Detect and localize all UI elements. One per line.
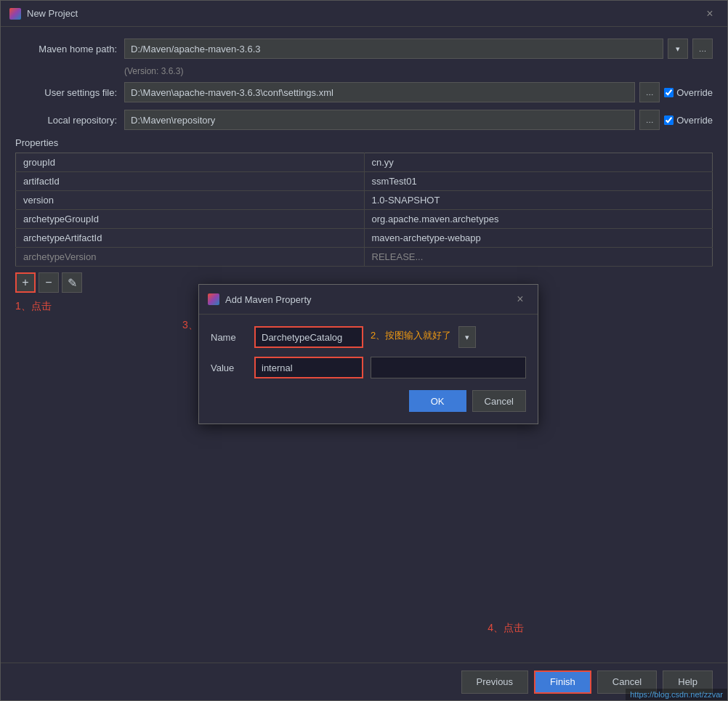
user-settings-label: User settings file: [15,87,117,98]
prop-key-archetype-groupid: archetypeGroupId [16,210,365,229]
local-repo-row: Local repository: … Override [15,110,713,130]
dialog-buttons: OK Cancel [211,390,526,412]
maven-home-dropdown[interactable]: ▾ [668,39,688,59]
dialog-name-input-group: 2、按图输入就好了 ▾ [254,326,526,348]
annotation-4: 4、点击 [488,622,524,635]
maven-home-input[interactable] [124,39,663,59]
user-settings-input[interactable] [124,82,635,102]
dialog-value-input[interactable] [254,357,363,378]
user-settings-override-checkbox[interactable] [664,88,674,97]
dialog-name-dropdown[interactable]: ▾ [458,326,476,348]
remove-property-button[interactable]: − [39,272,59,293]
prop-val-archetype-version: RELEASE... [364,248,713,267]
prop-val-groupid: cn.yy [364,153,713,172]
prop-key-version: version [16,191,365,210]
user-settings-row: User settings file: … Override [15,82,713,102]
dialog-name-row: Name 2、按图输入就好了 ▾ [211,326,526,348]
user-settings-input-container: … Override [124,82,713,102]
prop-val-version: 1.0-SNAPSHOT [364,191,713,210]
maven-home-label: Maven home path: [15,44,117,54]
maven-home-row: Maven home path: ▾ … [15,39,713,59]
properties-header: Properties [15,137,713,148]
dialog-title-bar: Add Maven Property × [199,285,538,315]
url-bar: https://blog.csdn.net/zzvar [626,689,727,700]
add-property-button[interactable]: + [15,272,36,293]
local-repo-override-label: Override [664,115,713,126]
version-text: (Version: 3.6.3) [124,66,713,76]
dialog-title: Add Maven Property [225,294,312,305]
local-repo-label: Local repository: [15,115,117,126]
prop-key-archetype-version: archetypeVersion [16,248,365,267]
table-row: groupId cn.yy [16,153,713,172]
edit-property-button[interactable]: ✎ [62,272,82,293]
dialog-app-icon [208,293,219,305]
table-row: archetypeVersion RELEASE... [16,248,713,267]
local-repo-override-checkbox[interactable] [664,116,674,125]
local-repo-input[interactable] [124,110,635,130]
add-maven-property-dialog: Add Maven Property × Name 2、按图输入就好了 ▾ [198,284,538,424]
maven-home-folder-btn[interactable]: … [692,39,713,59]
dialog-value-label: Value [211,362,247,373]
finish-button[interactable]: Finish [534,670,591,694]
table-row: version 1.0-SNAPSHOT [16,191,713,210]
dialog-content: Name 2、按图输入就好了 ▾ Value OK Cancel [199,315,538,424]
title-bar-left: New Project [9,8,78,20]
prop-key-artifactid: artifactId [16,172,365,191]
dialog-ok-button[interactable]: OK [409,390,466,412]
user-settings-override-label: Override [664,87,713,98]
dialog-name-label: Name [211,332,247,343]
title-bar: New Project × [1,1,727,27]
previous-button[interactable]: Previous [461,670,529,694]
dialog-value-input2[interactable] [371,357,526,378]
dialog-value-row: Value [211,357,526,378]
local-repo-input-container: … Override [124,110,713,130]
user-settings-folder-btn[interactable]: … [639,82,660,102]
prop-key-groupid: groupId [16,153,365,172]
window-title: New Project [27,8,78,19]
table-row: artifactId ssmTest01 [16,172,713,191]
dialog-cancel-button[interactable]: Cancel [472,390,526,412]
prop-val-artifactid: ssmTest01 [364,172,713,191]
close-button[interactable]: × [701,5,719,23]
annotation-1: 1、点击 [15,300,52,313]
local-repo-folder-btn[interactable]: … [639,110,660,130]
table-row: archetypeGroupId org.apache.maven.archet… [16,210,713,229]
dialog-name-hint: 2、按图输入就好了 [366,326,456,348]
prop-key-archetype-artifactid: archetypeArtifactId [16,229,365,248]
table-row: archetypeArtifactId maven-archetype-weba… [16,229,713,248]
main-window: New Project × Maven home path: ▾ … (Vers… [0,0,728,701]
dialog-title-left: Add Maven Property [208,293,312,305]
prop-val-archetype-artifactid: maven-archetype-webapp [364,229,713,248]
dialog-name-input[interactable] [254,326,363,348]
properties-table: groupId cn.yy artifactId ssmTest01 versi… [15,153,713,267]
bottom-bar: Previous Finish Cancel Help [1,662,727,700]
app-icon [9,8,21,20]
maven-home-input-container: ▾ … [124,39,713,59]
prop-val-archetype-groupid: org.apache.maven.archetypes [364,210,713,229]
dialog-close-button[interactable]: × [511,291,529,308]
